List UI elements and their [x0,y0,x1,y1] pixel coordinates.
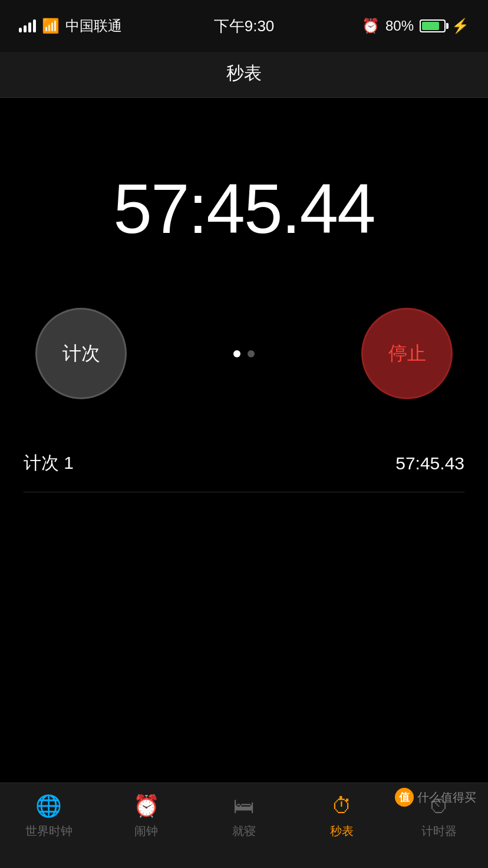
stop-button[interactable]: 停止 [361,308,453,399]
status-bar: 📶 中国联通 下午9:30 ⏰ 80% ⚡ [0,0,488,52]
charging-icon: ⚡ [451,18,469,34]
tab-alarm-label: 闹钟 [134,823,158,839]
stopwatch-display: 57:45.44 [113,169,374,249]
tab-timer[interactable]: 值 什么值得买 ⏲ 计时器 [390,794,488,839]
alarm-icon: ⏰ [362,18,380,34]
tab-timer-label: 计时器 [421,823,457,839]
battery-icon [420,19,446,32]
status-right: ⏰ 80% ⚡ [362,18,469,34]
page-title: 秒表 [226,63,262,83]
tab-alarm[interactable]: ⏰ 闹钟 [98,794,196,839]
lap-list: 计次 1 57:45.43 [0,435,488,492]
page-indicator [233,350,255,357]
alarm-tab-icon: ⏰ [133,794,160,818]
watermark-icon: 值 [395,788,414,807]
tab-stopwatch[interactable]: ⏱ 秒表 [293,794,391,839]
lap-time: 57:45.43 [395,453,464,474]
lap-button[interactable]: 计次 [35,308,127,399]
tab-bedtime[interactable]: 🛏 就寝 [195,794,293,839]
status-time: 下午9:30 [214,16,275,37]
buttons-row: 计次 停止 [0,308,488,399]
tab-stopwatch-label: 秒表 [330,823,354,839]
tab-bedtime-label: 就寝 [232,823,256,839]
world-clock-icon: 🌐 [35,794,62,818]
tab-world-clock[interactable]: 🌐 世界时钟 [0,794,98,839]
dot-2 [248,350,255,357]
status-left: 📶 中国联通 [19,17,122,35]
tab-bar: 🌐 世界时钟 ⏰ 闹钟 🛏 就寝 ⏱ 秒表 值 什么值得买 ⏲ 计时器 [0,782,488,868]
bedtime-icon: 🛏 [233,794,255,818]
battery-percent: 80% [385,18,414,34]
watermark: 值 什么值得买 [395,788,476,807]
dot-1 [233,350,240,357]
main-content: 57:45.44 计次 停止 计次 1 57:45.43 [0,98,488,492]
signal-icon [19,19,36,32]
lap-label: 计次 1 [24,451,74,475]
wifi-icon: 📶 [42,18,60,34]
tab-world-clock-label: 世界时钟 [25,823,72,839]
carrier-label: 中国联通 [65,17,122,35]
page-title-bar: 秒表 [0,52,488,98]
table-row: 计次 1 57:45.43 [24,435,464,492]
watermark-text: 什么值得买 [417,790,476,805]
stopwatch-tab-icon: ⏱ [331,794,352,818]
